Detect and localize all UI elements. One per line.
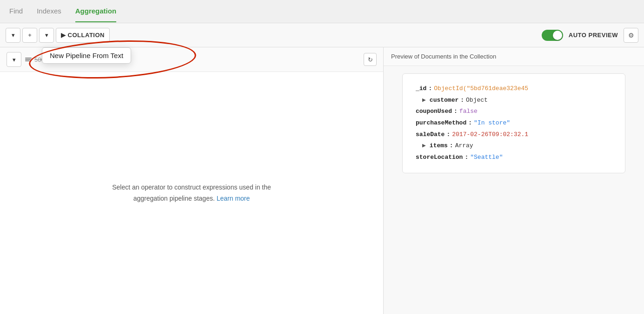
empty-state-text: Select an operator to construct expressi… bbox=[112, 182, 271, 204]
doc-field-storelocation: storeLocation : "Seattle" bbox=[416, 152, 612, 164]
tab-find[interactable]: Find bbox=[9, 0, 23, 22]
left-panel: ▾ 5000 Documents in the Collection ↻ Sel… bbox=[0, 47, 384, 314]
items-key: items bbox=[430, 140, 448, 152]
tab-aggregation[interactable]: Aggregation bbox=[75, 0, 116, 22]
customer-expand[interactable]: ▶ bbox=[422, 95, 426, 106]
main-content: ▾ 5000 Documents in the Collection ↻ Sel… bbox=[0, 47, 644, 314]
items-expand[interactable]: ▶ bbox=[422, 140, 426, 152]
saledate-key: saleDate bbox=[416, 129, 445, 141]
customer-key: customer bbox=[430, 95, 458, 106]
right-panel-body: _id : ObjectId("5bd761deae323e45 ▶ custo… bbox=[384, 66, 644, 314]
right-panel: Preview of Documents in the Collection _… bbox=[384, 47, 644, 314]
doc-field-coupon: couponUsed : false bbox=[416, 106, 612, 118]
purchase-key: purchaseMethod bbox=[416, 118, 466, 129]
collection-icon bbox=[25, 58, 32, 61]
id-value: ObjectId("5bd761deae323e45 bbox=[434, 83, 528, 95]
refresh-button[interactable]: ↻ bbox=[364, 53, 377, 66]
toolbar: ▾ + ▾ ▶ COLLATION AUTO PREVIEW ⚙ New Pip… bbox=[0, 23, 644, 47]
purchase-value: "In store" bbox=[474, 118, 510, 129]
doc-field-saledate: saleDate : 2017-02-26T09:02:32.1 bbox=[416, 129, 612, 141]
new-pipeline-dropdown[interactable]: New Pipeline From Text bbox=[42, 47, 131, 64]
tab-bar: Find Indexes Aggregation bbox=[0, 0, 644, 23]
auto-preview-label: AUTO PREVIEW bbox=[569, 32, 618, 39]
coupon-value: false bbox=[459, 106, 478, 118]
right-panel-header: Preview of Documents in the Collection bbox=[384, 47, 644, 66]
auto-preview-toggle[interactable] bbox=[542, 30, 563, 41]
doc-field-purchase: purchaseMethod : "In store" bbox=[416, 118, 612, 129]
saledate-value: 2017-02-26T09:02:32.1 bbox=[452, 129, 528, 141]
learn-more-link[interactable]: Learn more bbox=[217, 195, 250, 202]
tab-indexes[interactable]: Indexes bbox=[37, 0, 61, 22]
doc-field-items: ▶ items : Array bbox=[416, 140, 612, 152]
toolbar-right: AUTO PREVIEW ⚙ bbox=[542, 28, 638, 43]
collation-button[interactable]: ▶ COLLATION bbox=[56, 28, 110, 43]
add-stage-button[interactable]: + bbox=[22, 28, 37, 43]
doc-field-id: _id : ObjectId("5bd761deae323e45 bbox=[416, 83, 612, 95]
empty-state: Select an operator to construct expressi… bbox=[112, 182, 271, 204]
storelocation-value: "Seattle" bbox=[470, 152, 503, 164]
settings-button[interactable]: ⚙ bbox=[624, 28, 638, 43]
document-card: _id : ObjectId("5bd761deae323e45 ▶ custo… bbox=[402, 73, 625, 173]
add-dropdown-button[interactable]: ▾ bbox=[39, 28, 54, 43]
collapse-button[interactable]: ▾ bbox=[6, 28, 20, 43]
doc-field-customer: ▶ customer : Object bbox=[416, 95, 612, 106]
coupon-key: couponUsed bbox=[416, 106, 452, 118]
left-collapse-button[interactable]: ▾ bbox=[7, 52, 21, 67]
storelocation-key: storeLocation bbox=[416, 152, 463, 164]
left-panel-body: Select an operator to construct expressi… bbox=[0, 72, 383, 314]
customer-value: Object bbox=[466, 95, 488, 106]
items-value: Array bbox=[455, 140, 473, 152]
id-key: _id bbox=[416, 83, 426, 95]
